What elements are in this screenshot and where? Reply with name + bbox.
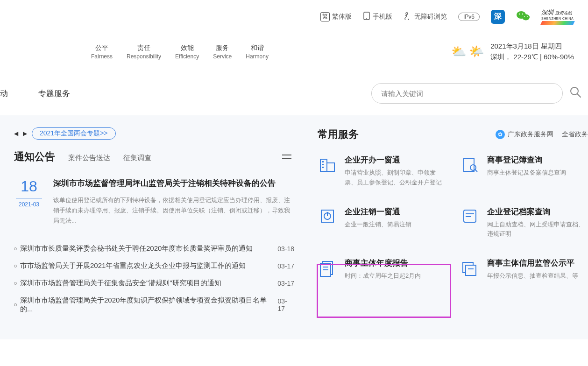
news-date: 03-17 bbox=[277, 262, 294, 270]
ipv6-badge[interactable]: IPv6 bbox=[458, 13, 480, 21]
brand-stripe-icon bbox=[540, 21, 575, 25]
news-title: 深圳市市场监督管理局关于征集食品安全"潜规则"研究项目的通知 bbox=[14, 279, 221, 288]
news-title: 深圳市市长质量奖评委会秘书处关于聘任2020年度市长质量奖评审员的通知 bbox=[14, 244, 253, 253]
tab-case-delivery[interactable]: 案件公告送达 bbox=[68, 154, 110, 162]
news-title: 市市场监管局关于开展2021年省重点农业龙头企业申报与监测工作的通知 bbox=[14, 261, 246, 270]
svg-point-6 bbox=[522, 13, 523, 14]
service-links: ✿ 广东政务服务网 全省政务 bbox=[496, 130, 588, 139]
cloud-icon: ⛅ bbox=[451, 44, 466, 59]
prev-arrow-icon[interactable]: ◀ bbox=[14, 130, 18, 137]
featured-title: 深圳市市场监督管理局坪山监管局关于注销相关特种设备的公告 bbox=[53, 178, 294, 189]
ipv6-label: IPv6 bbox=[458, 13, 480, 21]
service-enterprise-open[interactable]: 企业开办一窗通申请营业执照、刻制印章、申领发票、员工参保登记、公积金开户登记 bbox=[318, 155, 446, 188]
search-icon bbox=[569, 86, 581, 98]
traditional-link[interactable]: 繁 繁体版 bbox=[320, 12, 352, 21]
weather-date: 2021年3月18日 星期四 bbox=[490, 41, 574, 52]
banner-pill[interactable]: 2021年全国两会专题>> bbox=[32, 127, 116, 140]
news-date: 03-17 bbox=[277, 297, 294, 312]
featured-body: 深圳市市场监督管理局坪山监管局关于注销相关特种设备的公告 该单位使用登记或所有的… bbox=[53, 178, 294, 226]
service-grid: 企业开办一窗通申请营业执照、刻制印章、申领发票、员工参保登记、公积金开户登记 商… bbox=[318, 155, 588, 281]
news-item[interactable]: 深圳市市场监督管理局关于征集食品安全"潜规则"研究项目的通知 03-17 bbox=[14, 274, 294, 292]
service-annual-report[interactable]: 商事主体年度报告时间：成立周年之日起2月内 bbox=[318, 258, 446, 281]
banner-carousel: ◀ ▶ 2021年全国两会专题>> bbox=[14, 127, 294, 140]
wechat-icon[interactable] bbox=[516, 10, 530, 24]
app-badge-icon[interactable]: 深 bbox=[491, 10, 505, 24]
weather-widget: ⛅ 🌤️ 2021年3月18日 星期四 深圳， 22-29℃ | 60%-90% bbox=[451, 41, 574, 62]
service-archive-query[interactable]: 企业登记档案查询网上自助查档、网上受理申请查档、违规证明 bbox=[460, 206, 588, 239]
content-area: ◀ ▶ 2021年全国两会专题>> 通知公告 案件公告送达 征集调查 18 20… bbox=[0, 115, 588, 339]
svg-line-20 bbox=[475, 169, 477, 172]
service-enterprise-cancel[interactable]: 企业注销一窗通企业一般注销、简易注销 bbox=[318, 206, 446, 239]
service-title: 常用服务 bbox=[318, 127, 359, 141]
sun-cloud-icon: 🌤️ bbox=[469, 44, 484, 59]
motto-responsibility: 责任Responsibility bbox=[127, 44, 161, 60]
news-item[interactable]: 深圳市市长质量奖评委会秘书处关于聘任2020年度市长质量奖评审员的通知 03-1… bbox=[14, 240, 294, 257]
building-icon bbox=[318, 155, 337, 174]
motto-section: 公平Fairness 责任Responsibility 效能Efficiency… bbox=[0, 25, 588, 71]
weather-detail: 深圳， 22-29℃ | 60%-90% bbox=[490, 52, 574, 63]
svg-point-7 bbox=[524, 16, 525, 17]
featured-ym: 2021-03 bbox=[19, 201, 39, 208]
motto-service: 服务Service bbox=[213, 44, 232, 60]
svg-rect-32 bbox=[466, 265, 476, 275]
nav-links: 动 专题服务 bbox=[0, 88, 70, 99]
nav-item-1[interactable]: 动 bbox=[0, 88, 8, 99]
featured-date: 18 2021-03 bbox=[14, 178, 44, 226]
service-credit-supervision[interactable]: 商事主体信用监管公示平年报公示信息、抽查检查结果、等 bbox=[460, 258, 588, 281]
power-icon bbox=[318, 206, 337, 226]
news-list: 深圳市市长质量奖评委会秘书处关于聘任2020年度市长质量奖评审员的通知 03-1… bbox=[14, 240, 294, 318]
tab-survey[interactable]: 征集调查 bbox=[123, 154, 151, 162]
news-item[interactable]: 深圳市市场监督管理局关于2020年度知识产权保护领域专项资金拟资助项目名单的..… bbox=[14, 292, 294, 318]
svg-rect-17 bbox=[322, 167, 324, 168]
mobile-link[interactable]: 手机版 bbox=[363, 12, 392, 21]
report-icon bbox=[318, 258, 337, 277]
mobile-label: 手机版 bbox=[373, 13, 392, 21]
weather-icons: ⛅ 🌤️ bbox=[451, 44, 484, 59]
svg-line-10 bbox=[577, 94, 581, 97]
accessibility-link[interactable]: 无障碍浏览 bbox=[404, 12, 447, 21]
svg-rect-14 bbox=[327, 163, 334, 171]
featured-day: 18 bbox=[21, 178, 37, 195]
nav-search-row: 动 专题服务 bbox=[0, 71, 588, 115]
tab-notices[interactable]: 通知公告 bbox=[14, 150, 55, 164]
accessibility-label: 无障碍浏览 bbox=[414, 13, 447, 21]
search-button[interactable] bbox=[567, 85, 583, 101]
motto-list: 公平Fairness 责任Responsibility 效能Efficiency… bbox=[91, 44, 269, 60]
brand-logo[interactable]: 深圳 政府在线 SHENZHEN CHINA bbox=[541, 8, 574, 25]
news-date: 03-17 bbox=[277, 280, 294, 287]
featured-article[interactable]: 18 2021-03 深圳市市场监督管理局坪山监管局关于注销相关特种设备的公告 … bbox=[14, 178, 294, 226]
news-item[interactable]: 市市场监管局关于开展2021年省重点农业龙头企业申报与监测工作的通知 03-17 bbox=[14, 257, 294, 274]
accessibility-icon bbox=[404, 12, 412, 21]
svg-point-4 bbox=[522, 14, 530, 20]
document-search-icon bbox=[460, 155, 480, 174]
traditional-icon: 繁 bbox=[320, 12, 330, 21]
next-arrow-icon[interactable]: ▶ bbox=[23, 130, 27, 137]
flower-icon: ✿ bbox=[496, 130, 505, 139]
link-guangdong[interactable]: ✿ 广东政务服务网 bbox=[496, 130, 553, 139]
menu-icon[interactable] bbox=[282, 151, 294, 163]
search-container bbox=[371, 83, 588, 104]
traditional-label: 繁体版 bbox=[332, 13, 352, 21]
svg-rect-15 bbox=[322, 161, 324, 162]
featured-desc: 该单位使用登记或所有的下列特种设备，依据相关使用登记规定应当办理停用、报废、注销… bbox=[53, 195, 294, 226]
motto-efficiency: 效能Efficiency bbox=[175, 44, 199, 60]
nav-item-topics[interactable]: 专题服务 bbox=[38, 88, 70, 99]
link-province[interactable]: 全省政务 bbox=[562, 130, 588, 139]
motto-harmony: 和谐Harmony bbox=[246, 44, 269, 60]
service-registration-book[interactable]: 商事登记簿查询商事主体登记及备案信息查询 bbox=[460, 155, 588, 188]
svg-point-8 bbox=[527, 16, 528, 17]
svg-point-1 bbox=[366, 18, 367, 19]
motto-fairness: 公平Fairness bbox=[91, 44, 113, 60]
svg-point-2 bbox=[406, 13, 408, 14]
svg-rect-16 bbox=[322, 164, 324, 165]
folder-icon bbox=[460, 206, 480, 226]
service-header: 常用服务 ✿ 广东政务服务网 全省政务 bbox=[318, 127, 588, 141]
left-column: ◀ ▶ 2021年全国两会专题>> 通知公告 案件公告送达 征集调查 18 20… bbox=[14, 127, 294, 321]
mobile-icon bbox=[363, 12, 370, 21]
layers-icon bbox=[460, 258, 480, 277]
news-title: 深圳市市场监督管理局关于2020年度知识产权保护领域专项资金拟资助项目名单的..… bbox=[14, 296, 277, 314]
top-utility-bar: 繁 繁体版 手机版 无障碍浏览 IPv6 深 深圳 政府在线 SHENZHEN … bbox=[0, 0, 588, 25]
left-tabs: 通知公告 案件公告送达 征集调查 bbox=[14, 150, 294, 164]
news-date: 03-18 bbox=[277, 245, 294, 253]
search-input[interactable] bbox=[371, 83, 563, 104]
